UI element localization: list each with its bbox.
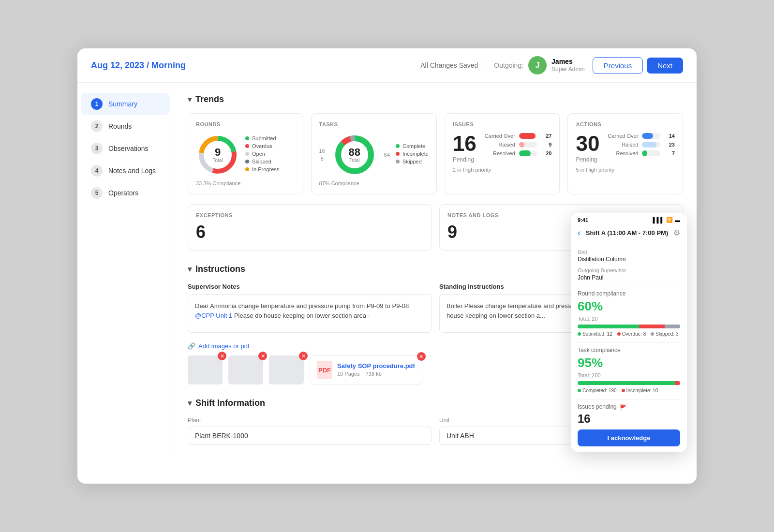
sidebar-item-observations[interactable]: 3 Observations [81,138,170,159]
mobile-shift-label: Shift A (11:00 AM - 7:00 PM) [586,229,668,236]
actions-bar-raised: Raised 23 [605,142,675,148]
tasks-card: TASKS 16 8 [311,113,437,194]
paperclip-icon: 🔗 [188,342,195,350]
file-remove-3[interactable]: ✕ [299,352,308,360]
rounds-total-num: 9 [212,147,223,158]
file-thumb-2: ✕ [228,355,263,384]
rounds-donut-center: 9 Total [212,147,223,163]
issues-pending-label: Pending [453,156,476,163]
trends-section-title: ▾ Trends [188,94,683,104]
tasks-dot-skipped [396,160,400,163]
pdf-filename[interactable]: Safety SOP procedure.pdf [337,362,415,370]
rounds-legend: Submitted Overdue Open [245,135,295,174]
actions-content: 30 Pending Carried Over 14 [576,133,675,163]
pdf-icon: PDF [317,361,332,379]
legend-dot-skipped [245,160,249,163]
tasks-dot-incomplete [396,152,400,156]
sidebar-num-3: 3 [91,143,103,154]
legend-dot-submitted [245,136,249,140]
mobile-header: ‹ Shift A (11:00 AM - 7:00 PM) ⚙ [571,225,687,243]
sidebar-label-rounds: Rounds [108,122,132,130]
actions-pending-num: 30 [576,133,599,154]
actions-pending-label: Pending [576,156,599,163]
sidebar-item-summary[interactable]: 1 Summary [81,93,170,115]
supervisor-notes-block: Supervisor Notes Dear Ammonia change tem… [188,283,432,333]
user-info: James Super Admin [551,58,585,73]
sidebar-num-4: 4 [91,165,103,177]
mobile-round-total: Total: 20 [578,316,680,322]
acknowledge-button[interactable]: I acknowledge [578,429,680,446]
header-date: Aug 12, 2023 / Morning [91,60,186,71]
issues-bar-raised: Raised 9 [482,142,552,148]
legend-submitted: Submitted [245,135,295,141]
file-thumb-1: ✕ [188,355,223,384]
mobile-time: 9:41 [578,217,588,223]
file-remove-1[interactable]: ✕ [218,352,226,360]
sidebar-num-1: 1 [91,98,103,110]
exceptions-card: EXCEPTIONS 6 [188,204,432,251]
issues-pending-num: 16 [453,133,476,154]
header: Aug 12, 2023 / Morning All Changes Saved… [77,48,697,83]
plant-value: Plant BERK-1000 [188,427,432,445]
mobile-round-bar-overdue [639,325,665,328]
mobile-issues-label: Issues pending [578,403,617,410]
mobile-unit-value: Distillation Column [578,256,680,263]
all-changes-saved: All Changes Saved [420,61,478,69]
sidebar-item-rounds[interactable]: 2 Rounds [81,116,170,137]
add-files-button[interactable]: 🔗 Add images or pdf [188,342,250,350]
plant-field: Plant Plant BERK-1000 [188,417,432,445]
shift-info-chevron-icon[interactable]: ▾ [188,399,192,408]
mobile-status-bar: 9:41 ▌▌▌ 🛜 ▬ [571,213,687,225]
sidebar-label-notes: Notes and Logs [108,167,156,175]
pdf-remove[interactable]: ✕ [417,352,426,361]
issues-card-title: ISSUES [453,121,552,127]
sidebar-item-notes[interactable]: 4 Notes and Logs [81,160,170,181]
actions-bars: Carried Over 14 Raised [605,133,675,159]
sidebar-label-summary: Summary [108,100,137,108]
tasks-total-num: 88 [349,147,360,158]
header-divider [486,58,486,73]
mobile-task-bar-incomplete [675,381,680,385]
mobile-task-bar [578,381,680,385]
plant-label: Plant [188,417,432,424]
trends-grid: ROUNDS [188,113,683,194]
supervisor-notes-text[interactable]: Dear Ammonia change temperature and pres… [188,294,432,333]
sidebar-label-operators: Operators [108,189,138,197]
exceptions-value: 6 [196,222,423,242]
issues-bar-resolved: Resolved 20 [482,150,552,156]
tasks-compliance: 87% Compliance [319,180,429,186]
file-remove-2[interactable]: ✕ [258,352,267,360]
user-role: Super Admin [551,66,585,73]
previous-button[interactable]: Previous [593,57,643,74]
legend-dot-overdue [245,144,249,148]
legend-open: Open [245,151,295,157]
legend-dot-inprogress [245,167,249,171]
mobile-settings-icon[interactable]: ⚙ [673,228,680,237]
outgoing-label: Outgoing: [494,61,523,69]
mobile-divider-2 [578,342,680,343]
mobile-task-bar-completed [578,381,675,385]
rounds-donut: 9 Total [196,133,239,177]
mobile-round-bar-submitted [578,325,639,328]
mobile-divider-3 [578,399,680,399]
next-button[interactable]: Next [647,58,683,74]
mobile-issues-value: 16 [578,412,680,426]
tasks-legend: Complete Incomplete Skipped [396,143,429,166]
sidebar-num-5: 5 [91,187,103,199]
signal-icon: ▌▌▌ [653,217,664,223]
cpp-unit-link[interactable]: @CPP Unit 1 [195,312,232,319]
battery-icon: ▬ [675,217,680,223]
pdf-card: PDF Safety SOP procedure.pdf 10 Pages 73… [310,355,422,384]
actions-footnote: 5 in High priority [576,167,675,173]
mobile-flag-icon: 🚩 [620,404,627,411]
trends-chevron-icon[interactable]: ▾ [188,95,192,104]
pdf-info: Safety SOP procedure.pdf 10 Pages 738 kb [337,362,415,378]
actions-card: ACTIONS 30 Pending Carried Over [567,113,683,194]
tasks-donut: 88 Total [333,133,376,177]
sidebar-item-operators[interactable]: 5 Operators [81,182,170,204]
header-outgoing: Outgoing: J James Super Admin [494,56,584,74]
sidebar-num-2: 2 [91,120,103,132]
mobile-back-button[interactable]: ‹ [578,228,580,238]
mobile-divider-1 [578,286,680,286]
instructions-chevron-icon[interactable]: ▾ [188,265,192,274]
